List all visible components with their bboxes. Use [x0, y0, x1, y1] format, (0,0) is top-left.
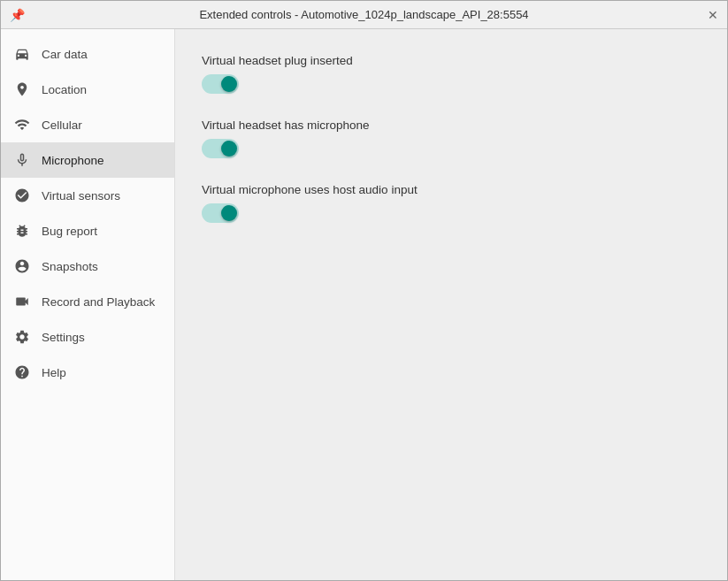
toggle-row-host-audio: Virtual microphone uses host audio input — [202, 183, 701, 223]
sidebar-item-microphone-label: Microphone — [42, 154, 104, 167]
bug-icon — [13, 222, 31, 240]
toggle-label-headset-plug: Virtual headset plug inserted — [202, 54, 701, 67]
sidebar-item-snapshots[interactable]: Snapshots — [1, 248, 174, 284]
car-icon — [13, 45, 31, 63]
window-title: Extended controls - Automotive_1024p_lan… — [199, 8, 528, 21]
microphone-icon — [13, 151, 31, 169]
sidebar-item-settings-label: Settings — [42, 331, 85, 344]
sidebar-item-settings[interactable]: Settings — [1, 319, 174, 355]
cellular-icon — [13, 116, 31, 134]
sidebar-item-cellular[interactable]: Cellular — [1, 107, 174, 142]
sidebar-item-record-playback[interactable]: Record and Playback — [1, 284, 174, 319]
sidebar-item-cellular-label: Cellular — [42, 118, 82, 132]
sidebar-item-bug-report[interactable]: Bug report — [1, 213, 174, 248]
toggle-thumb-headset-mic — [221, 141, 237, 157]
toggle-headset-mic[interactable] — [202, 139, 239, 158]
sidebar: Car data Location Cellular — [1, 29, 175, 580]
main-panel: Virtual headset plug inserted Virtual he… — [175, 29, 727, 580]
toggle-thumb-headset-plug — [221, 76, 237, 92]
settings-icon — [13, 328, 31, 346]
toggle-row-headset-plug: Virtual headset plug inserted — [202, 54, 701, 94]
toggle-label-host-audio: Virtual microphone uses host audio input — [202, 183, 701, 196]
toggle-headset-plug[interactable] — [202, 74, 239, 94]
toggle-label-headset-mic: Virtual headset has microphone — [202, 118, 701, 132]
record-icon — [13, 293, 31, 310]
location-icon — [13, 80, 31, 98]
sidebar-item-bug-report-label: Bug report — [42, 225, 97, 238]
sidebar-item-microphone[interactable]: Microphone — [1, 142, 174, 178]
sidebar-item-record-playback-label: Record and Playback — [42, 295, 155, 309]
snapshots-icon — [13, 257, 31, 275]
toggle-thumb-host-audio — [221, 205, 237, 221]
main-window: 📌 Extended controls - Automotive_1024p_l… — [0, 0, 728, 581]
sidebar-item-snapshots-label: Snapshots — [42, 260, 98, 273]
sidebar-item-virtual-sensors-label: Virtual sensors — [42, 189, 120, 203]
help-icon — [13, 363, 31, 381]
pin-button[interactable]: 📌 — [10, 8, 25, 22]
sidebar-item-help[interactable]: Help — [1, 355, 174, 390]
toggle-row-headset-mic: Virtual headset has microphone — [202, 118, 701, 158]
sidebar-item-location-label: Location — [42, 83, 87, 96]
toggle-host-audio[interactable] — [202, 203, 239, 223]
sidebar-item-virtual-sensors[interactable]: Virtual sensors — [1, 178, 174, 213]
virtual-sensors-icon — [13, 187, 31, 204]
content-area: Car data Location Cellular — [1, 29, 727, 580]
sidebar-item-car-data-label: Car data — [42, 48, 88, 61]
close-button[interactable]: ✕ — [708, 8, 718, 22]
sidebar-item-help-label: Help — [42, 366, 66, 379]
titlebar: 📌 Extended controls - Automotive_1024p_l… — [1, 1, 727, 29]
sidebar-item-car-data[interactable]: Car data — [1, 36, 174, 72]
sidebar-item-location[interactable]: Location — [1, 72, 174, 107]
